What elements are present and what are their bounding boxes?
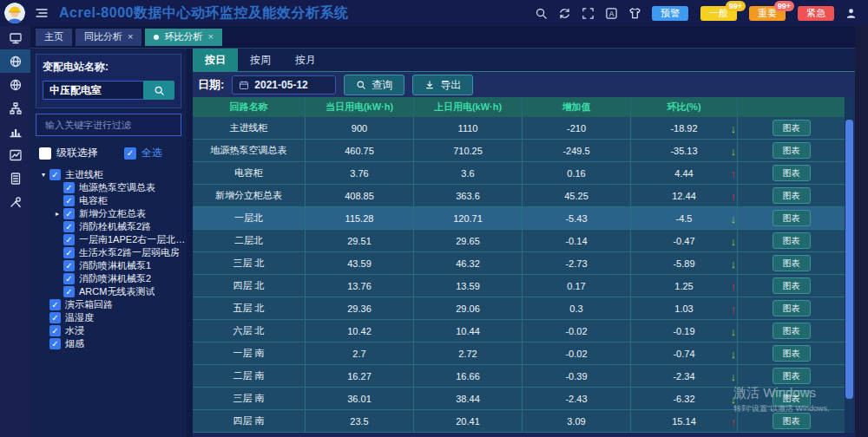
chart-button[interactable]: 图表: [773, 413, 811, 429]
tree-item[interactable]: ✓一层南1APE2右一层北1APE1左: [30, 233, 187, 246]
tree-item[interactable]: ✓消防栓机械泵2路: [30, 220, 187, 233]
panel-footer: [193, 433, 855, 437]
table-row[interactable]: 四层 北13.7613.590.171.25↑图表: [193, 275, 845, 297]
chart-button[interactable]: 图表: [773, 120, 811, 136]
chart-button[interactable]: 图表: [773, 165, 811, 181]
close-icon[interactable]: ×: [207, 32, 213, 42]
close-icon[interactable]: ×: [128, 32, 133, 42]
translate-icon[interactable]: A: [605, 7, 618, 20]
tree-checkbox[interactable]: ✓: [63, 234, 75, 245]
expander-icon[interactable]: ▾: [39, 171, 48, 179]
general-alarm-button[interactable]: 一般99+: [700, 6, 737, 21]
tree-checkbox[interactable]: ✓: [49, 338, 61, 349]
table-row[interactable]: 一层 南2.72.72-0.02-0.74↓图表: [193, 342, 845, 365]
table-row[interactable]: 新增分立柜总表408.85363.645.2512.44↑图表: [193, 185, 845, 207]
user-icon[interactable]: [845, 7, 858, 20]
tree-item[interactable]: ✓烟感: [30, 337, 187, 350]
table-row[interactable]: 四层 南23.520.413.0915.14↑图表: [193, 410, 845, 433]
chart-button[interactable]: 图表: [773, 187, 811, 204]
chart-button[interactable]: 图表: [773, 345, 811, 362]
forewarn-alarm-button[interactable]: 预警: [652, 6, 688, 21]
table-row[interactable]: 一层北115.28120.71-5.43-4.5↓图表: [193, 207, 845, 230]
user-avatar[interactable]: [4, 3, 25, 23]
station-search-button[interactable]: [143, 81, 174, 100]
table-row[interactable]: 二层 南16.2716.66-0.39-2.34↓图表: [193, 365, 845, 388]
period-tab-by-week[interactable]: 按周: [238, 49, 283, 71]
period-tab-by-month[interactable]: 按月: [283, 49, 328, 71]
tree-item[interactable]: ✓水浸: [30, 324, 187, 337]
rail-item-topology[interactable]: [0, 96, 30, 120]
tree-checkbox[interactable]: ✓: [63, 221, 75, 232]
tree-item[interactable]: ✓消防喷淋机械泵1: [30, 259, 187, 272]
table-row[interactable]: 二层北29.5129.65-0.14-0.47↓图表: [193, 230, 845, 252]
tree-item[interactable]: ✓ARCM无线表测试: [30, 285, 187, 298]
tree-checkbox[interactable]: ✓: [63, 260, 75, 271]
theme-shirt-icon[interactable]: [628, 7, 641, 20]
urgent-alarm-button[interactable]: 紧急: [798, 6, 834, 21]
search-icon[interactable]: [535, 7, 548, 20]
rail-item-tools[interactable]: [0, 190, 30, 213]
chart-button[interactable]: 图表: [773, 277, 811, 294]
table-row[interactable]: 三层 北43.5946.32-2.73-5.89↓图表: [193, 252, 845, 275]
refresh-icon[interactable]: [558, 7, 571, 20]
cascade-checkbox[interactable]: [39, 147, 51, 160]
table-row[interactable]: 地源热泵空调总表460.75710.25-249.5-35.13↓图表: [193, 140, 845, 162]
rail-item-globe[interactable]: [0, 73, 30, 96]
table-row[interactable]: 六层 北10.4210.44-0.02-0.19↓图表: [193, 320, 845, 342]
tab-mom-analysis[interactable]: 环比分析×: [145, 29, 221, 46]
tree-checkbox[interactable]: ✓: [63, 195, 75, 206]
scrollbar-thumb[interactable]: [845, 120, 853, 399]
table-row[interactable]: 主进线柜9001110-210-18.92↓图表: [193, 117, 845, 140]
tree-filter-input[interactable]: [43, 119, 174, 131]
export-button[interactable]: 导出: [412, 75, 473, 95]
rail-item-bar-chart[interactable]: [0, 120, 30, 143]
tree-checkbox[interactable]: ✓: [49, 312, 61, 323]
tree-checkbox[interactable]: ✓: [49, 325, 61, 336]
tree-checkbox[interactable]: ✓: [63, 182, 75, 193]
tree-item[interactable]: ✓温湿度: [30, 311, 187, 324]
tree-checkbox[interactable]: ✓: [63, 208, 75, 219]
table-row[interactable]: 电容柜3.763.60.164.44↑图表: [193, 162, 845, 185]
tree-item[interactable]: ✓生活水泵2路一层弱电房: [30, 246, 187, 259]
rail-item-report[interactable]: [0, 166, 30, 190]
fullscreen-icon[interactable]: [582, 7, 595, 20]
tree-item[interactable]: ✓地源热泵空调总表: [30, 181, 187, 194]
chart-button[interactable]: 图表: [773, 368, 811, 384]
expander-icon[interactable]: ▸: [53, 210, 62, 218]
tree-checkbox[interactable]: ✓: [63, 273, 75, 284]
tree-item[interactable]: ✓电容柜: [30, 194, 187, 207]
table-row[interactable]: 五层 北29.3629.060.31.03↑图表: [193, 297, 845, 320]
tree-checkbox[interactable]: ✓: [49, 299, 61, 310]
select-all-checkbox[interactable]: ✓: [124, 147, 136, 160]
rail-item-monitor[interactable]: [0, 26, 30, 49]
tree-checkbox[interactable]: ✓: [63, 286, 75, 297]
chart-button[interactable]: 图表: [773, 390, 811, 407]
tab-home[interactable]: 主页: [36, 29, 72, 46]
chart-button[interactable]: 图表: [773, 300, 811, 316]
tree-item[interactable]: ▾✓主进线柜: [30, 168, 187, 181]
table-scrollbar[interactable]: [845, 97, 853, 433]
rail-item-line-chart[interactable]: [0, 143, 30, 166]
tree-checkbox[interactable]: ✓: [63, 247, 75, 258]
rail-item-energy-globe[interactable]: [0, 49, 30, 73]
tree-item[interactable]: ✓演示箱回路: [30, 298, 187, 311]
tree-item[interactable]: ✓消防喷淋机械泵2: [30, 272, 187, 285]
query-button[interactable]: 查询: [344, 75, 404, 95]
tab-yoy-analysis[interactable]: 同比分析×: [76, 29, 141, 46]
period-tab-by-day[interactable]: 按日: [193, 49, 238, 71]
trend-down-icon: ↓: [731, 235, 737, 246]
tree-item-label: 主进线柜: [65, 168, 103, 181]
chart-button[interactable]: 图表: [773, 323, 811, 339]
station-name-input[interactable]: [43, 81, 143, 100]
tree-item[interactable]: ▸✓新增分立柜总表: [30, 207, 187, 220]
tree-checkbox[interactable]: ✓: [49, 169, 61, 180]
sidebar: 变配电站名称: 级联选择 ✓ 全选 ▾✓主进线柜✓地源热泵空调总表✓电容柜▸✓新…: [30, 49, 187, 437]
important-alarm-button[interactable]: 重要99+: [749, 6, 786, 21]
chart-button[interactable]: 图表: [773, 232, 811, 249]
menu-icon[interactable]: [35, 6, 49, 20]
chart-button[interactable]: 图表: [773, 255, 811, 271]
table-row[interactable]: 三层 南36.0138.44-2.43-6.32↓图表: [193, 388, 845, 410]
chart-button[interactable]: 图表: [773, 210, 811, 226]
chart-button[interactable]: 图表: [773, 142, 811, 159]
date-picker[interactable]: 2021-05-12: [232, 75, 336, 95]
